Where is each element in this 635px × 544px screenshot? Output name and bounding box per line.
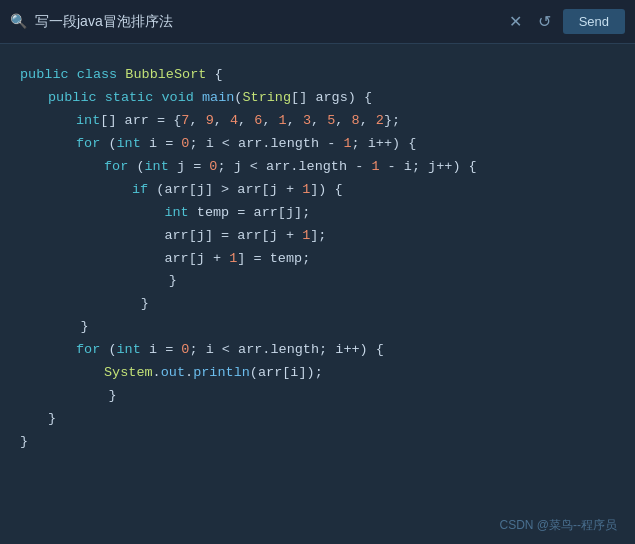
code-line: arr[j] = arr[j + 1]; xyxy=(132,225,615,248)
code-line: } xyxy=(20,431,615,454)
code-line: if (arr[j] > arr[j + 1]) { xyxy=(132,179,615,202)
code-line: } xyxy=(76,385,615,408)
search-icon: 🔍 xyxy=(10,13,27,30)
send-button[interactable]: Send xyxy=(563,9,625,34)
code-line: for (int i = 0; i < arr.length; i++) { xyxy=(76,339,615,362)
code-line: } xyxy=(76,293,615,316)
close-button[interactable]: ✕ xyxy=(505,10,526,33)
code-line: arr[j + 1] = temp; xyxy=(132,248,615,271)
code-line: System.out.println(arr[i]); xyxy=(104,362,615,385)
code-line: for (int j = 0; j < arr.length - 1 - i; … xyxy=(104,156,615,179)
top-bar: 🔍 ✕ ↺ Send xyxy=(0,0,635,44)
search-input[interactable] xyxy=(35,14,497,30)
top-bar-actions: ✕ ↺ Send xyxy=(505,9,625,34)
code-block: public class BubbleSort {public static v… xyxy=(0,64,635,454)
code-line: } xyxy=(104,270,615,293)
code-area: public class BubbleSort {public static v… xyxy=(0,44,635,544)
refresh-button[interactable]: ↺ xyxy=(534,10,555,33)
code-line: for (int i = 0; i < arr.length - 1; i++)… xyxy=(76,133,615,156)
code-line: } xyxy=(48,316,615,339)
code-line: public class BubbleSort { xyxy=(20,64,615,87)
code-line: } xyxy=(48,408,615,431)
code-line: public static void main(String[] args) { xyxy=(48,87,615,110)
code-line: int[] arr = {7, 9, 4, 6, 1, 3, 5, 8, 2}; xyxy=(76,110,615,133)
watermark: CSDN @菜鸟--程序员 xyxy=(499,517,617,534)
code-line: int temp = arr[j]; xyxy=(132,202,615,225)
